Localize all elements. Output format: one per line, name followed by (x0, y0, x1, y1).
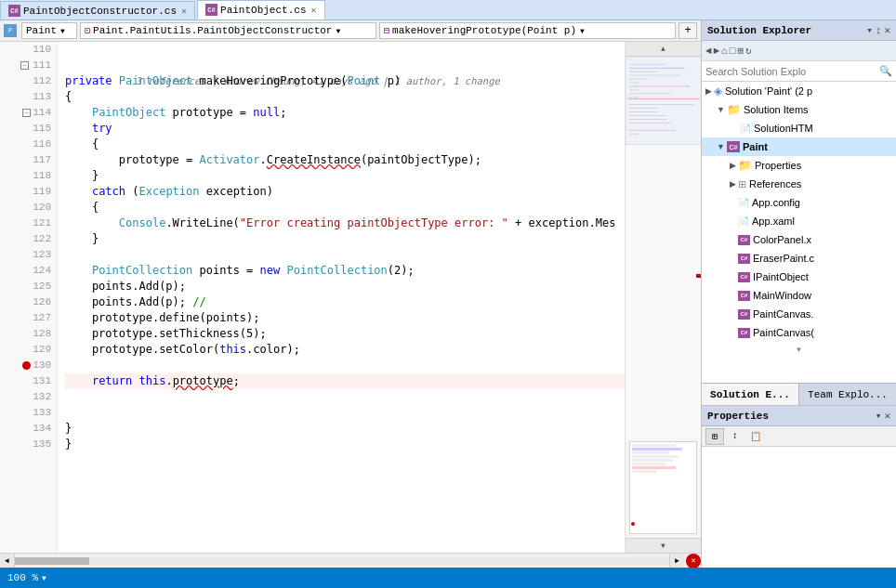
code-line-125: points.Add(p); // (65, 294, 625, 310)
forward-icon[interactable]: ► (714, 46, 720, 57)
code-line-135 (65, 452, 625, 468)
pin-prop-icon[interactable]: ▾ (876, 410, 882, 422)
hscroll-track[interactable] (15, 557, 669, 565)
code-line-111: private PaintObject makeHoveringPrototyp… (65, 73, 625, 89)
solution-search-bar: 🔍 (702, 61, 896, 82)
tree-item-colorpanel[interactable]: ▶ C# ColorPanel.x (702, 230, 896, 249)
tree-label-properties: Properties (755, 160, 801, 171)
code-line-122 (65, 247, 625, 263)
folder-icon-solution-items: 📁 (727, 103, 741, 116)
tree-item-mainwindow[interactable]: ▶ C# MainWindow (702, 286, 896, 305)
svg-rect-19 (626, 57, 701, 145)
solution-explorer-header: Solution Explorer ▾ ↕ ✕ (702, 20, 896, 41)
line-num-135: 135 (0, 437, 57, 452)
editor-toolbar-row: P Paint ▼ ⊡ Paint.PaintUtils.PaintObject… (0, 20, 701, 42)
line-num-124: 124 (0, 263, 57, 279)
code-content[interactable]: 3 references | Andrew Cheung, 41 days ag… (58, 42, 625, 553)
tab-team-explorer[interactable]: Team Explo... (799, 384, 896, 405)
status-bar: 100 % ▼ (0, 568, 896, 588)
tree-item-solution[interactable]: ▶ ◈ Solution 'Paint' (2 p (702, 82, 896, 100)
add-button[interactable]: + (679, 22, 697, 39)
refresh-icon[interactable]: ↻ (745, 45, 752, 57)
tree-item-solution-items[interactable]: ▼ 📁 Solution Items (702, 100, 896, 119)
code-line-131 (65, 389, 625, 405)
tree-item-app-config[interactable]: ▶ 📄 App.config (702, 193, 896, 212)
paint-icon: P (4, 24, 17, 37)
tree-label-colorpanel: ColorPanel.x (753, 234, 811, 245)
editor-section: P Paint ▼ ⊡ Paint.PaintUtils.PaintObject… (0, 20, 701, 568)
hscroll-left-btn[interactable]: ◄ (0, 554, 15, 568)
line-num-118: 118 (0, 168, 57, 184)
line-num-113: 113 (0, 89, 57, 105)
tree-item-references[interactable]: ▶ ⊞ References (702, 175, 896, 193)
line-num-122: 122 (0, 231, 57, 247)
tree-label-paintcanvas2: PaintCanvas( (753, 327, 814, 338)
tree-label-solution-items: Solution Items (744, 104, 809, 115)
cs-file-icon-mainwindow: C# (738, 291, 750, 301)
tab1-close[interactable]: ✕ (181, 6, 187, 17)
collapse-icon-114[interactable]: − (22, 109, 31, 117)
home-icon[interactable]: ⌂ (721, 46, 728, 57)
line-num-121: 121 (0, 216, 57, 231)
tab-paint-constructor[interactable]: C# PaintObjectConstructor.cs ✕ (0, 1, 195, 20)
show-all-files-icon[interactable]: ⊞ (737, 45, 744, 57)
tab-paint-object[interactable]: C# PaintObject.cs ✕ (197, 0, 324, 20)
unpin-icon[interactable]: ↕ (876, 25, 882, 36)
cs-file-icon-ipaint: C# (738, 272, 750, 282)
tree-label-paintcanvas1: PaintCanvas. (753, 308, 813, 320)
zoom-control[interactable]: 100 % ▼ (7, 572, 46, 583)
properties-title: Properties (707, 411, 769, 422)
method-chevron-icon: ▼ (580, 27, 585, 35)
horizontal-scrollbar[interactable]: ◄ ► ✕ (0, 553, 701, 568)
solution-file-icon: ◈ (714, 85, 722, 98)
tab2-label: PaintObject.cs (220, 5, 306, 16)
line-num-132: 132 (0, 389, 57, 405)
properties-icon-btn[interactable]: □ (730, 46, 736, 57)
code-line-126: prototype.define(points); (65, 310, 625, 326)
sort-btn[interactable]: ↕ (726, 428, 744, 445)
cs-file-icon-paintcanvas1: C# (738, 309, 750, 320)
back-icon[interactable]: ◄ (705, 46, 712, 57)
code-line-129 (65, 358, 625, 373)
code-line-130: return this.prototype; (65, 373, 625, 389)
hscroll-right-btn[interactable]: ► (669, 554, 684, 568)
close-prop-icon[interactable]: ✕ (884, 410, 890, 422)
scroll-up-button[interactable]: ▲ (626, 42, 701, 57)
namespace-dropdown[interactable]: ⊡ Paint.PaintUtils.PaintObjectConstructo… (80, 22, 376, 39)
tree-item-app-xaml[interactable]: ▶ 📄 App.xaml (702, 212, 896, 230)
tree-label-mainwindow: MainWindow (753, 290, 811, 301)
tree-item-paintcanvas1[interactable]: ▶ C# PaintCanvas. (702, 305, 896, 323)
tree-item-paintcanvas2[interactable]: ▶ C# PaintCanvas( (702, 323, 896, 342)
grid-view-btn[interactable]: ⊞ (705, 428, 724, 445)
pin-icon[interactable]: ▾ (866, 24, 873, 36)
tab2-close[interactable]: ✕ (310, 5, 316, 16)
prop-expand-icon: ▶ (730, 161, 736, 170)
code-line-120: Console.WriteLine("Error creating paintO… (65, 216, 625, 231)
properties-controls: ▾ ✕ (876, 410, 890, 422)
tree-item-solutionhtm[interactable]: ▶ 📄 SolutionHTM (702, 119, 896, 137)
tree-scroll-indicator: ▼ (702, 342, 896, 357)
method-dropdown[interactable]: ⊟ makeHoveringPrototype(Point p) ▼ (379, 22, 676, 39)
scroll-down-button[interactable]: ▼ (626, 538, 701, 553)
tab-solution-explorer[interactable]: Solution E... (702, 384, 799, 405)
tree-item-ipaintobject[interactable]: ▶ C# IPaintObject (702, 268, 896, 286)
file-dropdown[interactable]: Paint ▼ (21, 22, 77, 39)
tree-item-eraserpaint[interactable]: ▶ C# EraserPaint.c (702, 249, 896, 268)
hscroll-thumb[interactable] (15, 557, 89, 565)
close-panel-icon[interactable]: ✕ (884, 24, 890, 36)
tree-label-app-config: App.config (752, 197, 800, 208)
tree-item-paint-project[interactable]: ▼ C# Paint (702, 137, 896, 156)
line-num-130: 130 (0, 358, 57, 373)
xaml-icon: 📄 (738, 216, 749, 227)
code-line-124: points.Add(p); (65, 279, 625, 294)
code-line-128: prototype.setColor(this.color); (65, 342, 625, 358)
references-icon: ⊞ (738, 178, 746, 190)
collapse-icon-111[interactable]: − (20, 61, 29, 70)
property-pages-btn[interactable]: 📋 (746, 428, 765, 445)
line-num-116: 116 (0, 137, 57, 152)
solution-search-input[interactable] (705, 66, 879, 77)
line-num-123: 123 (0, 247, 57, 263)
minimap-error-marker (696, 274, 701, 278)
tree-item-properties[interactable]: ▶ 📁 Properties (702, 156, 896, 175)
line-gutter: 110 −111 112 113 −114 115 116 117 1 (0, 42, 58, 553)
